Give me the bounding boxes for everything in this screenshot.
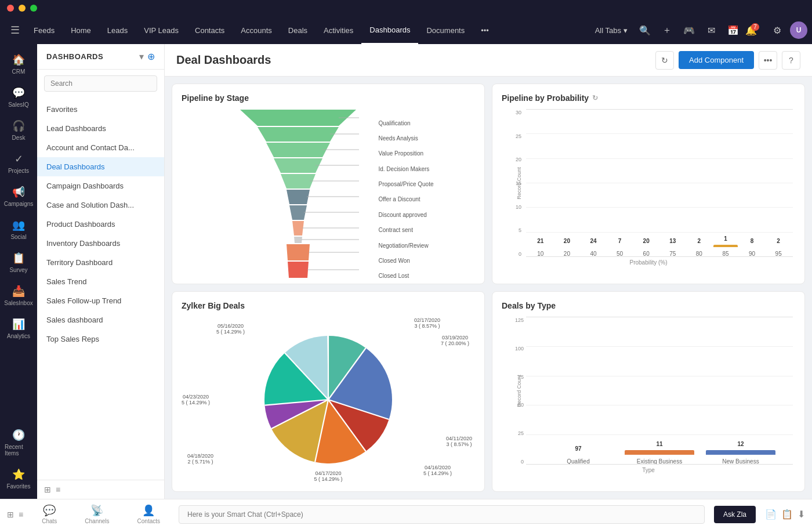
more-options-icon[interactable]: •••	[759, 51, 777, 70]
download-icon[interactable]: ⬇	[798, 509, 805, 520]
nav-tab-more[interactable]: •••	[473, 16, 497, 44]
sidebar-nav-campaign[interactable]: Campaign Dashboards	[37, 176, 164, 195]
sidebar-item-favorites[interactable]: ⭐ Favorites	[2, 463, 35, 494]
bar-group-existing: 11 Existing Business	[625, 450, 694, 465]
bottom-tab-channels[interactable]: 📡 Channels	[75, 502, 118, 527]
refresh-icon[interactable]: ↻	[655, 51, 674, 70]
crm-icon: 🏠	[12, 53, 25, 66]
deals-by-type-chart: Record Count 0255075100125	[502, 317, 795, 482]
sidebar-nav-case-solution[interactable]: Case and Solution Dash...	[37, 195, 164, 215]
pipeline-by-stage-title: Pipeline by Stage	[182, 93, 475, 103]
expand-icon[interactable]: ⊞	[44, 485, 51, 494]
nav-tab-feeds[interactable]: Feeds	[26, 16, 63, 44]
list-icon[interactable]: ≡	[56, 485, 60, 494]
close-dot[interactable]	[7, 5, 14, 12]
nav-tab-dashboards[interactable]: Dashboards	[361, 16, 418, 44]
main-content: Deal Dashboards ↻ Add Component ••• ? Pi…	[165, 44, 812, 499]
sidebar-bottom-bar: ⊞ ≡	[37, 480, 164, 499]
nav-right: All Tabs ▾ 🔍 ＋ 🎮 ✉ 📅 🔔 7 ⚙ U	[590, 21, 807, 39]
add-component-button[interactable]: Add Component	[679, 51, 754, 69]
sidebar-item-campaigns[interactable]: 📢 Campaigns	[2, 181, 35, 212]
pie-label-04162020: 04/16/20205 ( 14.29% )	[423, 465, 452, 476]
nav-tab-contacts[interactable]: Contacts	[187, 16, 233, 44]
search-icon[interactable]: 🔍	[636, 21, 654, 39]
add-icon[interactable]: ＋	[658, 21, 676, 39]
nav-tab-deals[interactable]: Deals	[280, 16, 316, 44]
sidebar-item-analytics[interactable]: 📊 Analytics	[2, 313, 35, 344]
notification-icon[interactable]: 🔔 7	[746, 21, 764, 39]
maximize-dot[interactable]	[30, 5, 37, 12]
sidebar-nav-lead-dashboards[interactable]: Lead Dashboards	[37, 119, 164, 138]
nav-tab-vipleads[interactable]: VIP Leads	[136, 16, 187, 44]
zylker-big-deals-chart: 02/17/20203 ( 8.57% ) 03/19/20207 ( 20.0…	[182, 317, 475, 482]
nav-tab-documents[interactable]: Documents	[418, 16, 473, 44]
title-bar	[0, 0, 812, 16]
pie-label-03192020: 03/19/20207 ( 20.00% )	[441, 335, 469, 346]
settings-icon[interactable]: ⚙	[768, 21, 786, 39]
y-axis-type: 0255075100125	[509, 317, 524, 465]
funnel-labels: Qualification Needs Analysis Value Propo…	[378, 110, 433, 284]
sidebar-nav-territory[interactable]: Territory Dashboard	[37, 253, 164, 272]
chats-tab-icon: 💬	[43, 504, 56, 517]
add-dashboard-icon[interactable]: ⊕	[147, 51, 155, 62]
help-icon[interactable]: ?	[782, 51, 800, 70]
document-icon[interactable]: 📄	[765, 509, 777, 520]
sidebar-nav-inventory[interactable]: Inventory Dashboards	[37, 234, 164, 253]
sidebar-nav-deal-dashboards[interactable]: Deal Dashboards	[37, 157, 164, 176]
hamburger-icon[interactable]: ☰	[5, 16, 26, 44]
bar-group-50: 7 50	[608, 247, 632, 257]
search-input[interactable]	[44, 75, 157, 92]
minimize-dot[interactable]	[19, 5, 26, 12]
sidebar-item-salesinbox[interactable]: 📥 SalesInbox	[2, 280, 35, 311]
sidebar-nav-top-sales[interactable]: Top Sales Reps	[37, 329, 164, 349]
sidebar-item-recent[interactable]: 🕐 Recent Items	[2, 424, 35, 461]
sidebar-item-social[interactable]: 👥 Social	[2, 214, 35, 245]
avatar[interactable]: U	[790, 21, 807, 39]
sidebar-nav-favorites[interactable]: Favorites	[37, 100, 164, 119]
ask-zla-button[interactable]: Ask Zla	[714, 506, 756, 523]
nav-tab-leads[interactable]: Leads	[99, 16, 136, 44]
nav-tab-home[interactable]: Home	[63, 16, 99, 44]
sidebar-item-crm[interactable]: 🏠 CRM	[2, 49, 35, 79]
sidebar-nav-followup[interactable]: Sales Follow-up Trend	[37, 291, 164, 310]
copy-icon[interactable]: 📋	[781, 509, 793, 520]
salesiq-icon: 💬	[12, 86, 25, 99]
sidebar-nav-sales-trend[interactable]: Sales Trend	[37, 272, 164, 291]
bar-value-95: 2	[777, 238, 780, 244]
nav-tab-activities[interactable]: Activities	[316, 16, 361, 44]
left-sidebar: 🏠 CRM 💬 SalesIQ 🎧 Desk ✓ Projects 📢 Camp…	[0, 44, 37, 499]
bar-value-qualified: 97	[575, 445, 581, 452]
channels-tab-icon: 📡	[90, 504, 103, 517]
nav-tab-accounts[interactable]: Accounts	[233, 16, 280, 44]
gamepad-icon[interactable]: 🎮	[680, 21, 698, 39]
pie-label-02172020: 02/17/20203 ( 8.57% )	[414, 317, 440, 329]
bar-value-80: 2	[698, 238, 701, 244]
smart-chat-input[interactable]	[179, 505, 705, 524]
pipeline-by-stage-chart: Qualification Needs Analysis Value Propo…	[182, 110, 475, 284]
sidebar-item-survey[interactable]: 📋 Survey	[2, 247, 35, 278]
sidebar-nav-account-contact[interactable]: Account and Contact Da...	[37, 138, 164, 157]
funnel-label-decision: Id. Decision Makers	[378, 166, 433, 172]
main-layout: 🏠 CRM 💬 SalesIQ 🎧 Desk ✓ Projects 📢 Camp…	[0, 44, 812, 499]
sidebar-nav-sales-dashboard[interactable]: Sales dashboard	[37, 310, 164, 329]
svg-marker-1	[258, 127, 339, 142]
bottom-expand-icon[interactable]: ⊞	[7, 510, 14, 519]
bottom-tab-contacts[interactable]: 👤 Contacts	[128, 502, 169, 527]
bottom-tab-chats[interactable]: 💬 Chats	[32, 502, 66, 527]
favorites-icon: ⭐	[12, 468, 25, 481]
bar-group-85: 1 85	[713, 245, 738, 257]
svg-marker-9	[287, 244, 310, 260]
dropdown-icon[interactable]: ▾	[139, 51, 144, 62]
bottom-list-icon[interactable]: ≡	[19, 510, 23, 519]
sidebar-nav-product[interactable]: Product Dashboards	[37, 215, 164, 234]
deals-by-type-card: Deals by Type Record Count 0255075100125	[492, 291, 805, 492]
svg-marker-4	[281, 174, 316, 189]
mail-icon[interactable]: ✉	[702, 21, 720, 39]
sidebar-item-desk[interactable]: 🎧 Desk	[2, 115, 35, 146]
refresh-prob-icon[interactable]: ↻	[592, 94, 598, 102]
all-tabs-button[interactable]: All Tabs ▾	[590, 26, 632, 35]
calendar-icon[interactable]: 📅	[724, 21, 742, 39]
funnel-label-contract: Contract sent	[378, 227, 433, 233]
sidebar-item-projects[interactable]: ✓ Projects	[2, 148, 35, 179]
sidebar-item-salesiq[interactable]: 💬 SalesIQ	[2, 82, 35, 113]
